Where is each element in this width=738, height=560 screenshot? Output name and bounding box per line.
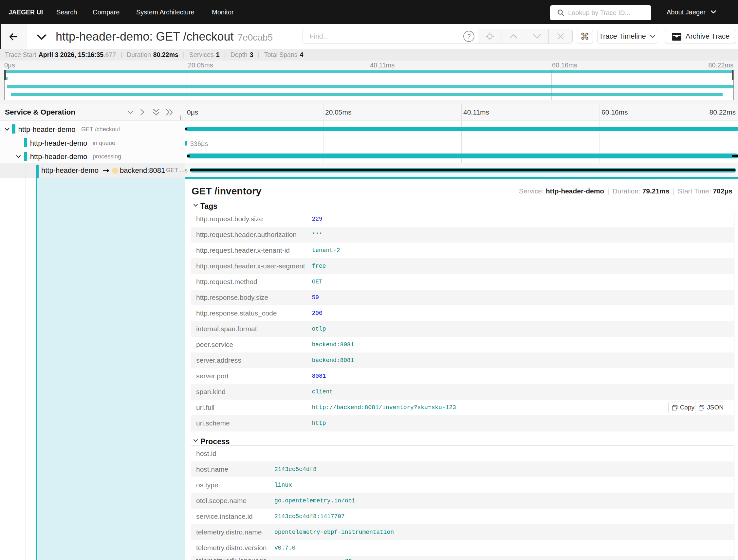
- svg-text:?: ?: [467, 33, 471, 40]
